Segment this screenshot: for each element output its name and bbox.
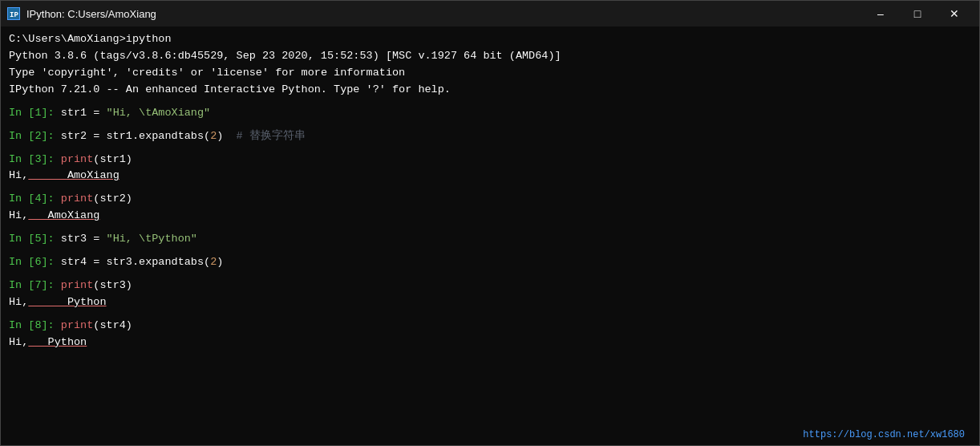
window-title: IPython: C:Users/AmoXiang: [26, 8, 156, 20]
in-7: In [7]: print(str3): [9, 278, 971, 294]
in-2: In [2]: str2 = str1.expandtabs(2) # 替换字符…: [9, 128, 971, 145]
in-5: In [5]: str3 = "Hi, \tPython": [9, 231, 971, 248]
close-button[interactable]: ✕: [936, 1, 973, 26]
minimize-button[interactable]: –: [862, 1, 899, 26]
title-bar: IP IPython: C:Users/AmoXiang – □ ✕: [1, 1, 979, 26]
window-controls: – □ ✕: [862, 1, 973, 26]
out-8: Hi, Python: [9, 334, 971, 351]
svg-text:IP: IP: [10, 11, 18, 19]
in-8: In [8]: print(str4): [9, 318, 971, 334]
startup-line-2: Python 3.8.6 (tags/v3.8.6:db45529, Sep 2…: [9, 48, 971, 65]
watermark: https://blog.csdn.net/xw1680: [803, 429, 965, 440]
startup-line-1: C:\Users\AmoXiang>ipython: [9, 31, 971, 48]
app-icon: IP: [7, 7, 20, 20]
out-3: Hi, AmoXiang: [9, 168, 971, 184]
terminal-window: IP IPython: C:Users/AmoXiang – □ ✕ C:\Us…: [0, 0, 980, 446]
startup-line-3: Type 'copyright', 'credits' or 'license'…: [9, 65, 971, 82]
maximize-button[interactable]: □: [899, 1, 936, 26]
out-7: Hi, Python: [9, 294, 971, 311]
terminal-body[interactable]: C:\Users\AmoXiang>ipython Python 3.8.6 (…: [1, 26, 979, 445]
in-1: In [1]: str1 = "Hi, \tAmoXiang": [9, 105, 971, 122]
in-4: In [4]: print(str2): [9, 191, 971, 208]
in-6: In [6]: str4 = str3.expandtabs(2): [9, 254, 971, 271]
in-3: In [3]: print(str1): [9, 152, 971, 168]
out-4: Hi, AmoXiang: [9, 208, 971, 225]
title-bar-left: IP IPython: C:Users/AmoXiang: [7, 7, 156, 20]
startup-line-4: IPython 7.21.0 -- An enhanced Interactiv…: [9, 82, 971, 99]
